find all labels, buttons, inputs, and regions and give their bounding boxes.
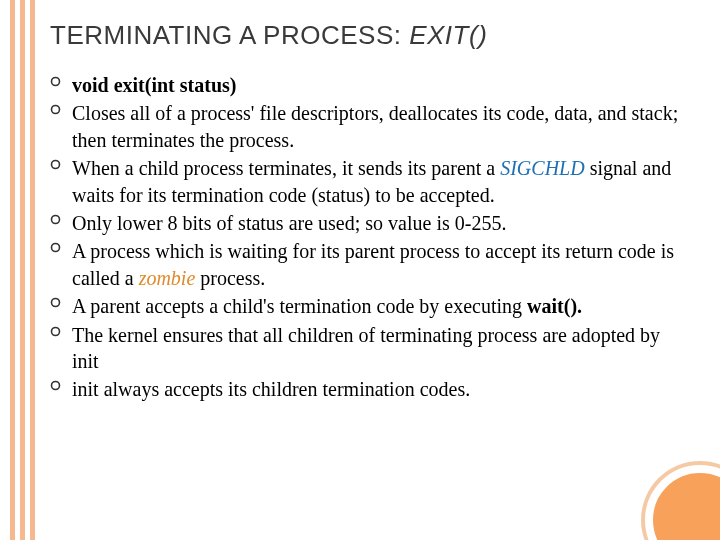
bullet-icon: [50, 293, 72, 308]
bullet-icon: [50, 72, 72, 87]
item-text: Closes all of a process' file descriptor…: [72, 100, 690, 153]
list-item: The kernel ensures that all children of …: [50, 322, 690, 375]
decor-stripe: [10, 0, 15, 540]
svg-point-2: [52, 161, 60, 169]
list-item: Only lower 8 bits of status are used; so…: [50, 210, 690, 236]
bullet-icon: [50, 376, 72, 391]
title-main: TERMINATING A PROCESS:: [50, 20, 409, 50]
corner-circle-decor: [645, 465, 720, 540]
slide-title: TERMINATING A PROCESS: EXIT(): [50, 20, 487, 51]
list-item: When a child process terminates, it send…: [50, 155, 690, 208]
list-item: void exit(int status): [50, 72, 690, 98]
decor-stripe: [20, 0, 25, 540]
decor-stripe: [30, 0, 35, 540]
svg-point-0: [52, 78, 60, 86]
item-text: Only lower 8 bits of status are used; so…: [72, 210, 690, 236]
bullet-list: void exit(int status) Closes all of a pr…: [50, 72, 690, 405]
item-text: The kernel ensures that all children of …: [72, 322, 690, 375]
list-item: Closes all of a process' file descriptor…: [50, 100, 690, 153]
item-text: When a child process terminates, it send…: [72, 155, 690, 208]
item-text: void exit(int status): [72, 72, 690, 98]
list-item: A process which is waiting for its paren…: [50, 238, 690, 291]
bullet-icon: [50, 100, 72, 115]
item-text: init always accepts its children termina…: [72, 376, 690, 402]
svg-point-3: [52, 215, 60, 223]
svg-point-1: [52, 106, 60, 114]
bullet-icon: [50, 238, 72, 253]
item-text: A parent accepts a child's termination c…: [72, 293, 690, 319]
svg-point-7: [52, 382, 60, 390]
title-italic: EXIT(): [409, 20, 487, 50]
svg-point-5: [52, 299, 60, 307]
bullet-icon: [50, 210, 72, 225]
svg-point-4: [52, 244, 60, 252]
list-item: init always accepts its children termina…: [50, 376, 690, 402]
item-text: A process which is waiting for its paren…: [72, 238, 690, 291]
list-item: A parent accepts a child's termination c…: [50, 293, 690, 319]
bullet-icon: [50, 322, 72, 337]
bullet-icon: [50, 155, 72, 170]
svg-point-6: [52, 327, 60, 335]
